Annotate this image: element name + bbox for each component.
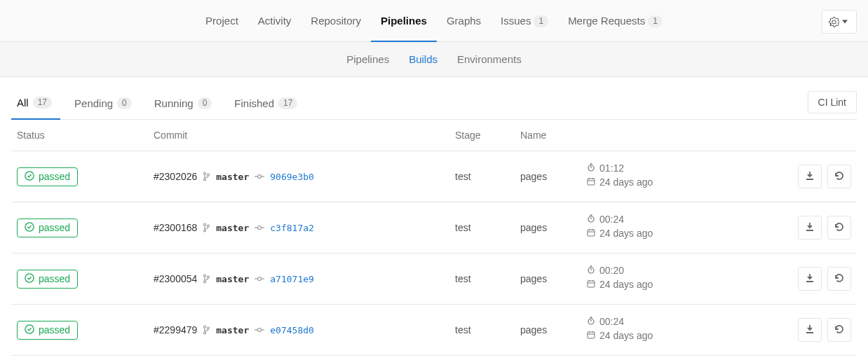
- time-ago: 24 days ago: [599, 228, 653, 239]
- svg-rect-29: [806, 230, 813, 231]
- retry-button[interactable]: [827, 318, 851, 342]
- subnav-item-builds[interactable]: Builds: [399, 53, 447, 65]
- stage-cell: test: [449, 254, 515, 305]
- nav-item-pipelines[interactable]: Pipelines: [371, 0, 437, 42]
- build-id[interactable]: #2300054: [154, 273, 197, 284]
- svg-point-32: [204, 281, 206, 283]
- name-cell: pages: [515, 254, 581, 305]
- download-icon: [805, 324, 815, 336]
- stopwatch-icon: [587, 316, 595, 327]
- branch-name[interactable]: master: [216, 223, 249, 233]
- tabs-container: All17Pending0Running0Finished17: [11, 87, 314, 119]
- commit-icon: [255, 326, 264, 333]
- svg-point-49: [258, 328, 262, 332]
- commit-sha[interactable]: a71071e9: [270, 274, 314, 284]
- tab-label: Pending: [74, 97, 113, 109]
- nav-item-activity[interactable]: Activity: [248, 0, 301, 42]
- nav-item-repository[interactable]: Repository: [301, 0, 371, 42]
- tab-label: Running: [154, 97, 194, 109]
- settings-dropdown-button[interactable]: [822, 10, 857, 34]
- builds-tbody: passed#2302026master9069e3b0testpages01:…: [11, 151, 857, 356]
- branch-name[interactable]: master: [216, 325, 249, 335]
- commit-sha[interactable]: 9069e3b0: [270, 172, 314, 182]
- download-button[interactable]: [798, 267, 822, 291]
- retry-icon: [834, 324, 844, 336]
- tab-label: All: [17, 97, 29, 109]
- nav-item-issues[interactable]: Issues1: [491, 0, 558, 42]
- header-actions: [788, 120, 857, 151]
- commit-sha[interactable]: e07458d0: [270, 325, 314, 335]
- status-badge[interactable]: passed: [17, 321, 78, 340]
- svg-point-2: [204, 179, 206, 181]
- svg-rect-55: [588, 332, 595, 338]
- tab-label: Finished: [234, 97, 274, 109]
- subnav-item-environments[interactable]: Environments: [447, 53, 531, 65]
- nav-item-merge-requests[interactable]: Merge Requests1: [558, 0, 672, 42]
- svg-point-18: [208, 225, 210, 227]
- stopwatch-icon: [587, 162, 595, 174]
- caret-down-icon: [842, 19, 848, 25]
- svg-rect-23: [590, 215, 592, 216]
- status-badge[interactable]: passed: [17, 167, 78, 186]
- status-badge[interactable]: passed: [17, 219, 78, 237]
- retry-button[interactable]: [827, 165, 851, 188]
- header-name: Name: [515, 120, 581, 151]
- tab-all[interactable]: All17: [11, 87, 60, 120]
- ci-lint-button[interactable]: CI Lint: [808, 91, 857, 113]
- svg-point-3: [208, 174, 210, 176]
- nav-item-label: Merge Requests: [568, 15, 645, 27]
- stage-cell: test: [449, 305, 515, 356]
- retry-button[interactable]: [827, 216, 851, 240]
- table-row: passed#2302026master9069e3b0testpages01:…: [11, 151, 857, 202]
- subnav-item-pipelines[interactable]: Pipelines: [337, 53, 399, 65]
- time-ago: 24 days ago: [599, 279, 653, 290]
- svg-point-34: [258, 277, 262, 281]
- top-nav: ProjectActivityRepositoryPipelinesGraphs…: [0, 0, 868, 42]
- download-button[interactable]: [798, 165, 822, 188]
- calendar-icon: [587, 176, 595, 188]
- check-circle-icon: [25, 324, 39, 336]
- branch-name[interactable]: master: [216, 172, 249, 182]
- svg-rect-40: [588, 281, 595, 287]
- table-row: passed#2300054mastera71071e9testpages00:…: [11, 254, 857, 305]
- branch-icon: [203, 274, 210, 284]
- status-badge[interactable]: passed: [17, 270, 78, 289]
- commit-sha[interactable]: c3f817a2: [270, 223, 314, 233]
- tab-badge: 17: [278, 97, 297, 109]
- calendar-icon: [587, 330, 595, 341]
- time-ago: 24 days ago: [599, 330, 653, 341]
- svg-point-19: [258, 226, 262, 230]
- download-button[interactable]: [798, 318, 822, 342]
- tab-finished[interactable]: Finished17: [229, 87, 306, 119]
- svg-point-17: [204, 230, 206, 232]
- stage-cell: test: [449, 202, 515, 254]
- build-id[interactable]: #2300168: [154, 222, 197, 233]
- download-icon: [805, 222, 815, 234]
- duration: 00:24: [599, 214, 624, 225]
- check-circle-icon: [25, 222, 39, 234]
- svg-rect-53: [590, 317, 592, 319]
- commit-icon: [255, 275, 264, 282]
- name-cell: pages: [515, 151, 581, 202]
- header-status: Status: [11, 120, 148, 151]
- time-ago: 24 days ago: [599, 176, 653, 188]
- retry-button[interactable]: [827, 267, 851, 291]
- build-id[interactable]: #2302026: [154, 171, 197, 182]
- download-button[interactable]: [798, 216, 822, 240]
- commit-icon: [255, 224, 264, 231]
- svg-point-33: [208, 276, 210, 278]
- header-commit: Commit: [148, 120, 449, 151]
- tab-pending[interactable]: Pending0: [69, 87, 140, 119]
- branch-name[interactable]: master: [216, 274, 249, 284]
- tab-running[interactable]: Running0: [149, 87, 221, 119]
- nav-item-project[interactable]: Project: [196, 0, 248, 42]
- nav-badge: 1: [648, 15, 663, 27]
- svg-point-31: [204, 275, 206, 277]
- svg-rect-38: [590, 266, 592, 268]
- header-stage: Stage: [449, 120, 515, 151]
- retry-icon: [834, 273, 844, 285]
- duration: 00:24: [599, 316, 624, 327]
- nav-item-label: Project: [205, 15, 238, 27]
- build-id[interactable]: #2299479: [154, 324, 197, 335]
- nav-item-graphs[interactable]: Graphs: [437, 0, 491, 42]
